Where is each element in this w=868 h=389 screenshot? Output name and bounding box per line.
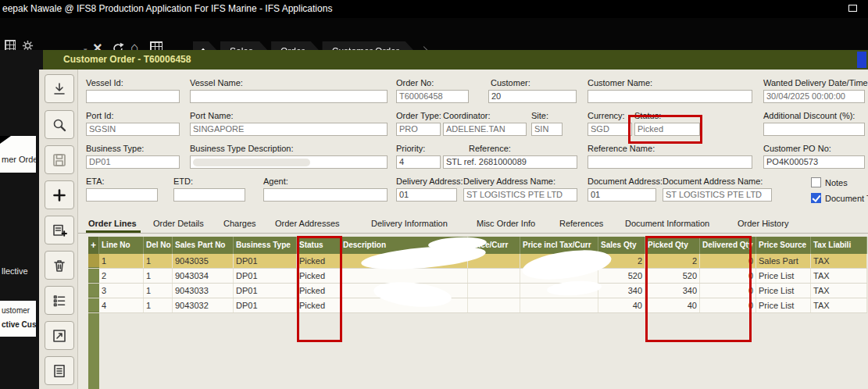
vessel-name-input[interactable]: [190, 90, 388, 103]
document-list-button[interactable]: [45, 356, 74, 385]
agent-input[interactable]: [263, 188, 388, 202]
cell-business-type: DP01: [234, 254, 297, 268]
tab-order-details[interactable]: Order Details: [153, 219, 204, 228]
business-type-label: Business Type:: [86, 144, 180, 153]
tab-order-lines[interactable]: Order Lines: [88, 219, 137, 228]
record-title: Customer Order - T60006458: [63, 54, 191, 65]
order-no-label: Order No:: [396, 78, 469, 87]
cell-business-type: DP01: [234, 298, 297, 312]
title-bar: eepak Nawale @ IFS8 Production Applicati…: [0, 0, 868, 18]
business-type-description-label: Business Type Description:: [190, 144, 388, 153]
cell-line-no: 3: [99, 284, 144, 298]
cell-line-no: 4: [99, 298, 144, 312]
tab-order-history[interactable]: Order History: [738, 219, 788, 228]
header-blue-button[interactable]: [857, 52, 866, 68]
col-sales-qty[interactable]: Sales Qty: [598, 237, 645, 254]
search-button[interactable]: [45, 110, 74, 139]
cell-business-type: DP01: [234, 269, 297, 283]
order-no-input[interactable]: T60006458: [396, 90, 469, 103]
tab-document-information[interactable]: Document Information: [625, 219, 709, 228]
cell-business-type: DP01: [234, 284, 297, 298]
col-business-type[interactable]: Business Type: [234, 237, 297, 254]
table-left-strip: [88, 313, 99, 389]
cell-tax-liability: TAX: [811, 284, 867, 298]
restore-window-icon[interactable]: [848, 5, 857, 12]
col-line-no[interactable]: Line No: [99, 237, 144, 254]
tab-order-addresses[interactable]: Order Addresses: [275, 219, 340, 228]
wanted-delivery-input[interactable]: 30/04/2025 00:00:00: [763, 90, 865, 103]
additional-discount-input[interactable]: [763, 123, 865, 136]
port-id-input[interactable]: SGSIN: [86, 123, 180, 136]
vessel-id-input[interactable]: [86, 90, 180, 103]
priority-input[interactable]: 4: [396, 155, 441, 169]
delivery-address-input[interactable]: 01: [396, 188, 457, 202]
delivery-address-label: Delivery Address:: [396, 177, 457, 186]
app-grid-icon[interactable]: [5, 40, 16, 51]
port-id-field: Port Id: SGSIN: [86, 111, 180, 136]
add-line-button[interactable]: +: [88, 237, 99, 254]
eta-label: ETA:: [86, 177, 158, 186]
delete-button[interactable]: [45, 251, 74, 280]
new-record-button[interactable]: [45, 180, 74, 209]
currency-input[interactable]: SGD: [588, 123, 632, 136]
customer-po-field: Customer PO No: PO4K000573: [763, 144, 865, 169]
row-selector: [88, 284, 99, 298]
cell-price-source: Price List: [756, 269, 811, 283]
document-text-checkbox[interactable]: [811, 193, 821, 203]
site-input[interactable]: SIN: [531, 123, 563, 136]
add-line-window-button[interactable]: [45, 216, 74, 244]
annotation-box-status-column: [297, 236, 342, 342]
document-address-label: Document Address:: [588, 177, 656, 186]
cell-description: [341, 269, 468, 283]
etd-field: ETD:: [173, 177, 245, 202]
import-button[interactable]: [45, 74, 74, 103]
cell-line-no: 2: [99, 269, 144, 283]
sidebar-item-label: ustomer: [2, 306, 30, 315]
order-type-input[interactable]: PRO: [396, 123, 441, 136]
priority-label: Priority:: [396, 144, 441, 153]
navigator-sidebar: mer Order llective ustomer ctive Cus: [0, 50, 43, 389]
business-type-input[interactable]: DP01: [86, 155, 180, 169]
eta-input[interactable]: [86, 188, 158, 202]
wanted-delivery-field: Wanted Delivery Date/Time: 30/04/2025 00…: [763, 78, 865, 103]
coordinator-input[interactable]: ADELENE.TAN: [443, 123, 527, 136]
customer-name-input[interactable]: [588, 90, 752, 103]
reference-name-input[interactable]: [588, 155, 752, 169]
tab-charges[interactable]: Charges: [223, 219, 256, 228]
notes-checkbox-label: Notes: [825, 178, 848, 187]
document-address-name-input[interactable]: ST LOGISTICS PTE LTD: [663, 188, 772, 202]
annotation-box-picked-delivered-columns: [645, 236, 752, 342]
tab-delivery-information[interactable]: Delivery Information: [371, 219, 448, 228]
additional-discount-label: Additional Discount (%):: [763, 111, 865, 120]
etd-input[interactable]: [173, 188, 245, 202]
port-name-input[interactable]: SINGAPORE: [190, 123, 388, 136]
col-del-no[interactable]: Del No: [144, 237, 173, 254]
customer-input[interactable]: 20: [488, 90, 577, 103]
col-tax-liability[interactable]: Tax Liabili: [811, 237, 867, 254]
customer-po-label: Customer PO No:: [763, 144, 865, 153]
cell-del-no: 1: [144, 254, 173, 268]
list-view-button[interactable]: [45, 286, 74, 315]
reference-input[interactable]: STL ref. 2681000089: [443, 155, 577, 169]
col-price-source[interactable]: Price Source: [756, 237, 811, 254]
additional-discount-field: Additional Discount (%):: [763, 111, 865, 136]
sidebar-item-customer[interactable]: ustomer ctive Cus: [0, 301, 36, 337]
expand-window-button[interactable]: [45, 321, 74, 350]
notes-checkbox[interactable]: [811, 177, 821, 187]
document-address-input[interactable]: 01: [588, 188, 656, 202]
delivery-address-name-input[interactable]: ST LOGISTICS PTE LTD: [463, 188, 577, 202]
sidebar-item-collective[interactable]: llective: [2, 266, 28, 276]
tab-misc-order-info[interactable]: Misc Order Info: [477, 219, 535, 228]
etd-label: ETD:: [173, 177, 245, 186]
wanted-delivery-label: Wanted Delivery Date/Time:: [763, 78, 865, 87]
coordinator-label: Coordinator:: [443, 111, 527, 120]
col-sales-part-no[interactable]: Sales Part No: [173, 237, 234, 254]
vessel-name-label: Vessel Name:: [190, 78, 388, 87]
cell-sales-part-no: 9043035: [173, 254, 234, 268]
customer-po-input[interactable]: PO4K000573: [763, 155, 865, 169]
vessel-name-field: Vessel Name:: [190, 78, 388, 103]
tab-references[interactable]: References: [559, 219, 603, 228]
cell-sales-part-no: 9043032: [173, 298, 234, 312]
sidebar-item-customer-order[interactable]: mer Order: [0, 136, 36, 173]
save-button[interactable]: [45, 145, 74, 174]
